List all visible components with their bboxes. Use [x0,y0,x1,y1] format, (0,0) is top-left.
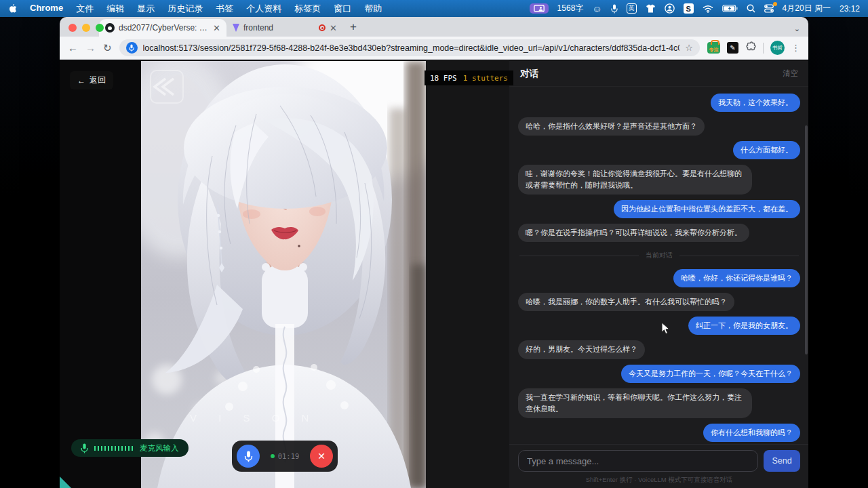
extension-icons: 专注 ✎ 书哲 ⋮ [707,41,800,55]
recording-indicator-icon [319,24,326,31]
browser-toolbar: ← → ↻ localhost:5173/session/2581f729-5f… [60,37,808,60]
chat-message-user: 纠正一下，你是我的女朋友。 [688,317,800,335]
forward-nav-button[interactable]: → [85,42,96,54]
menu-item[interactable]: 书签 [216,3,233,15]
chat-hint: Shift+Enter 换行 · VoiceLLM 模式下可直接语音对话 [509,473,808,488]
chat-panel: 对话 清空 我天勒，这个效果好。哈哈，你是指什么效果好呀？是声音还是其他方面？什… [509,61,808,488]
tab-title: dsd2077/CyberVerse: CyberV [119,23,209,33]
chat-messages: 我天勒，这个效果好。哈哈，你是指什么效果好呀？是声音还是其他方面？什么方面都好。… [509,87,808,444]
minimize-window-button[interactable] [82,24,90,32]
chat-message-user: 你有什么想和我聊的吗？ [703,424,800,442]
macos-menubar: Chrome文件编辑显示历史记录书签个人资料标签页窗口帮助 1568字 ☺ 英 … [0,0,868,17]
menu-left: Chrome文件编辑显示历史记录书签个人资料标签页窗口帮助 [8,3,382,15]
menu-item[interactable]: 历史记录 [167,3,203,15]
chat-message-bot: 哇，谢谢你的夸奖！能让你觉得满意我很开心。要是有什么想聊的或者需要帮忙的，随时跟… [518,165,752,195]
clear-chat-button[interactable]: 清空 [783,68,798,79]
chat-message-bot: 哈喽，我是丽娜，你的数字人助手。有什么我可以帮忙的吗？ [518,293,734,311]
tab-close-icon[interactable]: ✕ [330,23,337,33]
menu-item[interactable]: 个人资料 [246,3,281,15]
chat-message-bot: 好的，男朋友。今天过得怎么样？ [518,340,645,359]
tab-strip: dsd2077/CyberVerse: CyberV ✕ frontend ✕ … [60,17,808,37]
call-controls: 01:19 ✕ [232,441,338,472]
end-call-button[interactable]: ✕ [310,445,333,468]
call-status: 01:19 [260,452,310,460]
menu-items: Chrome文件编辑显示历史记录书签个人资料标签页窗口帮助 [30,3,382,15]
fullscreen-window-button[interactable] [96,24,104,32]
app-content: V I S O N ← 返回 18 FPS 1 stutters 麦克风输入 [60,60,808,488]
chat-title: 对话 [520,68,538,80]
menubar-mic-icon[interactable] [611,4,618,14]
menubar-date[interactable]: 4月20日 周一 [783,3,831,14]
back-arrow-icon: ← [77,76,85,85]
mic-icon [244,451,253,462]
address-bar[interactable]: localhost:5173/session/2581f729-5f68-428… [119,39,700,56]
reload-button[interactable]: ↻ [103,42,112,54]
apple-menu-icon[interactable] [8,3,17,14]
extensions-puzzle-icon[interactable] [745,41,756,55]
new-tab-button[interactable]: + [350,20,357,34]
browser-menu-icon[interactable]: ⋮ [791,43,800,53]
back-nav-button[interactable]: ← [68,42,78,54]
user-circle-icon[interactable] [665,3,675,14]
back-label: 返回 [90,75,106,86]
spotlight-search-icon[interactable] [747,4,755,13]
call-mic-button[interactable] [237,445,260,468]
chat-message-user: 因为他起止位置和中指位置头的差距不大，都在差。 [614,200,800,218]
menu-item[interactable]: 文件 [76,3,94,15]
mic-input-indicator: 麦克风输入 [71,439,189,457]
battery-charging-icon[interactable] [722,5,738,12]
wifi-icon[interactable] [703,5,713,13]
close-window-button[interactable] [68,24,77,32]
chat-message-user: 哈喽，你好，你还记得你是谁吗？ [673,269,800,287]
tab-cyberverse[interactable]: dsd2077/CyberVerse: CyberV ✕ [99,19,226,37]
vite-favicon [233,24,239,32]
tshirt-icon[interactable] [646,4,656,13]
menu-item[interactable]: Chrome [30,3,63,15]
s-app-icon[interactable]: S [684,3,694,14]
url-text[interactable]: localhost:5173/session/2581f729-5f68-428… [143,43,680,53]
tab-title: frontend [243,23,315,33]
emoji-status-icon[interactable]: ☺ [592,3,601,14]
input-method-icon[interactable]: 英 [627,3,637,14]
live-dot-icon [271,454,275,458]
menu-item[interactable]: 编辑 [106,3,124,15]
screen-sharing-icon[interactable] [530,3,549,14]
chat-session-divider: 当前对话 [519,251,799,260]
menu-item[interactable]: 显示 [137,3,155,15]
chat-scrollbar[interactable] [805,125,808,354]
toolbar-divider [763,43,764,54]
word-count: 1568字 [557,3,584,14]
corner-accent [60,476,71,488]
send-button[interactable]: Send [764,450,800,472]
message-input[interactable] [518,450,758,472]
menu-right: 1568字 ☺ 英 S [530,3,860,14]
control-center-icon[interactable] [764,4,774,13]
chat-message-user: 什么方面都好。 [733,141,800,159]
back-button[interactable]: ← 返回 [70,71,113,89]
menu-item[interactable]: 帮助 [364,3,382,15]
focus-extension-icon[interactable]: 专注 [707,42,720,54]
tab-overflow-chevron-icon[interactable]: ⌄ [794,24,800,33]
mic-level-icon [81,443,88,453]
profile-avatar[interactable]: 书哲 [770,41,785,55]
github-favicon [105,23,115,33]
chat-input-row: Send [509,444,808,473]
menu-item[interactable]: 窗口 [334,3,351,15]
chat-header: 对话 清空 [509,61,808,87]
screenshot-extension-icon[interactable]: ✎ [727,42,738,54]
fps-value: 18 FPS [430,74,457,83]
mouse-cursor [661,322,670,338]
chat-message-bot: 哈哈，你是指什么效果好呀？是声音还是其他方面？ [518,117,705,136]
notification-dot [773,2,777,6]
character-video[interactable]: V I S O N [141,61,426,488]
menubar-time[interactable]: 23:12 [840,4,860,14]
left-margin-column [60,60,141,488]
bookmark-star-icon[interactable]: ☆ [685,43,693,53]
menu-item[interactable]: 标签页 [294,3,321,15]
tab-mic-in-use-icon [126,42,138,54]
traffic-lights [68,24,104,32]
tab-frontend[interactable]: frontend ✕ [226,19,343,37]
character-portrait: V I S O N [141,61,426,488]
tab-close-icon[interactable]: ✕ [213,23,220,33]
mic-input-label: 麦克风输入 [140,443,179,453]
